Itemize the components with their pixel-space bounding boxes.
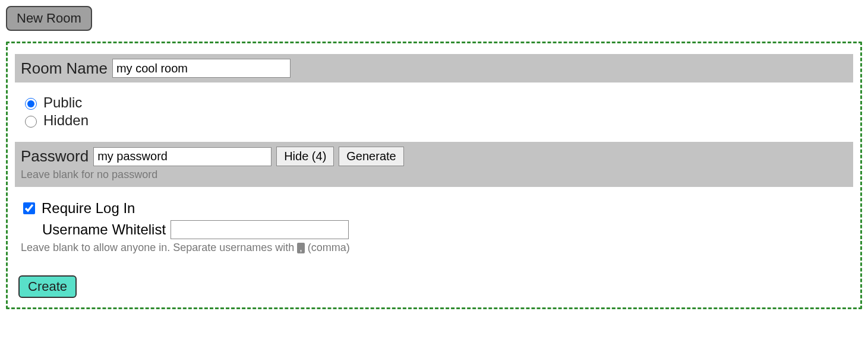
- visibility-section: Public Hidden: [15, 92, 853, 132]
- password-label: Password: [21, 147, 89, 166]
- require-login-label: Require Log In: [42, 200, 135, 217]
- require-login-row[interactable]: Require Log In: [21, 200, 847, 217]
- whitelist-input[interactable]: [171, 220, 349, 239]
- visibility-hidden-radio[interactable]: [25, 116, 37, 128]
- comma-key-icon: ,: [297, 243, 304, 253]
- visibility-hidden-label: Hidden: [43, 112, 89, 129]
- room-name-input[interactable]: [112, 59, 291, 78]
- whitelist-label: Username Whitelist: [42, 221, 166, 238]
- visibility-hidden-row[interactable]: Hidden: [22, 112, 846, 129]
- hide-password-button[interactable]: Hide (4): [276, 147, 334, 166]
- password-section: Password Hide (4) Generate Leave blank f…: [15, 142, 853, 187]
- room-name-section: Room Name: [15, 54, 853, 82]
- visibility-public-radio[interactable]: [25, 98, 37, 110]
- password-input[interactable]: [93, 147, 272, 166]
- create-button[interactable]: Create: [18, 275, 77, 298]
- room-name-label: Room Name: [21, 59, 108, 78]
- whitelist-hint-prefix: Leave blank to allow anyone in. Separate…: [21, 242, 297, 253]
- password-hint: Leave blank for no password: [21, 169, 847, 181]
- require-login-checkbox[interactable]: [23, 202, 35, 214]
- login-section: Require Log In Username Whitelist Leave …: [15, 200, 853, 256]
- whitelist-hint-suffix: (comma): [305, 242, 350, 253]
- generate-password-button[interactable]: Generate: [339, 147, 403, 166]
- new-room-button[interactable]: New Room: [6, 6, 92, 31]
- visibility-public-row[interactable]: Public: [22, 94, 846, 111]
- visibility-public-label: Public: [43, 94, 82, 111]
- new-room-panel: Room Name Public Hidden Password Hide (4…: [6, 42, 862, 309]
- whitelist-hint: Leave blank to allow anyone in. Separate…: [21, 242, 847, 254]
